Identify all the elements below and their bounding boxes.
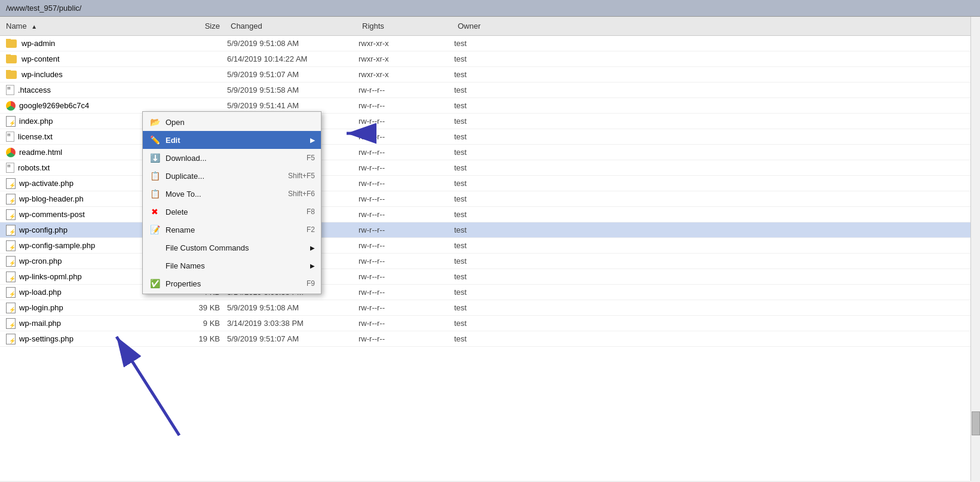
menu-icon-filecustom <box>149 242 161 254</box>
table-row[interactable]: wp-login.php 39 KB 5/9/2019 9:51:08 AM r… <box>0 300 980 316</box>
php-icon <box>6 256 16 267</box>
php-icon <box>6 303 16 313</box>
submenu-arrow-icon: ▶ <box>310 137 315 144</box>
file-name: wp-blog-header.ph <box>19 194 84 203</box>
php-icon <box>6 194 16 205</box>
file-rights: rw-r--r-- <box>359 303 454 312</box>
table-row[interactable]: wp-settings.php 19 KB 5/9/2019 9:51:07 A… <box>0 331 980 347</box>
file-name-cell: wp-admin <box>0 39 179 48</box>
column-headers: Name ▲ Size Changed Rights Owner <box>0 17 980 36</box>
file-name: wp-mail.php <box>19 319 61 328</box>
menu-shortcut: F5 <box>307 154 315 162</box>
table-row[interactable]: wp-includes 5/9/2019 9:51:07 AM rwxr-xr-… <box>0 67 980 83</box>
menu-label: Move To... <box>166 190 283 199</box>
download-icon: ⬇️ <box>149 152 161 164</box>
scrollbar-thumb[interactable] <box>972 411 980 435</box>
php-icon <box>6 209 16 220</box>
chrome-icon <box>6 101 16 111</box>
file-owner: test <box>454 257 526 266</box>
folder-icon <box>6 71 17 79</box>
folder-icon <box>6 39 17 48</box>
scrollbar[interactable] <box>970 17 980 481</box>
menu-shortcut: F8 <box>307 208 315 216</box>
file-name-cell: wp-login.php <box>0 303 179 313</box>
table-row[interactable]: wp-content 6/14/2019 10:14:22 AM rwxr-xr… <box>0 51 980 67</box>
col-header-changed[interactable]: Changed <box>227 22 359 30</box>
file-name: wp-config-sample.php <box>19 241 95 250</box>
delete-icon: ✖ <box>149 206 161 218</box>
php-icon <box>6 287 16 298</box>
file-name: readme.html <box>19 148 62 157</box>
file-name: google9269eb6c7c4 <box>19 101 89 110</box>
php-icon <box>6 225 16 236</box>
menu-item-moveto[interactable]: 📋 Move To... Shift+F6 <box>143 185 321 203</box>
menu-label: Properties <box>166 279 302 288</box>
php-icon <box>6 240 16 251</box>
file-changed: 5/9/2019 9:51:58 AM <box>227 86 359 94</box>
submenu-arrow-icon: ▶ <box>310 263 315 269</box>
file-owner: test <box>454 117 526 126</box>
menu-item-rename[interactable]: 📝 Rename F2 <box>143 221 321 239</box>
menu-item-download[interactable]: ⬇️ Download... F5 <box>143 149 321 167</box>
file-rights: rwxr-xr-x <box>359 39 454 48</box>
file-changed: 5/9/2019 9:51:08 AM <box>227 39 359 48</box>
file-rights: rw-r--r-- <box>359 225 454 234</box>
col-header-owner[interactable]: Owner <box>454 22 526 30</box>
menu-label: Duplicate... <box>166 172 283 181</box>
file-name-cell: wp-includes <box>0 70 179 79</box>
title-bar: /www/test_957/public/ <box>0 0 980 17</box>
edit-icon: ✏️ <box>149 134 161 146</box>
col-header-rights[interactable]: Rights <box>359 22 454 30</box>
col-header-name[interactable]: Name ▲ <box>0 22 179 30</box>
file-owner: test <box>454 288 526 297</box>
menu-item-edit[interactable]: ✏️ Edit ▶ <box>143 131 321 149</box>
context-menu: 📂 Open ✏️ Edit ▶ ⬇️ Download... F5 📋 Dup… <box>142 111 321 294</box>
file-name: wp-admin <box>22 39 55 48</box>
file-rights: rw-r--r-- <box>359 241 454 250</box>
menu-icon-filenames <box>149 260 161 271</box>
file-name: robots.txt <box>18 163 50 172</box>
table-row[interactable]: ▤ .htaccess 5/9/2019 9:51:58 AM rw-r--r-… <box>0 83 980 98</box>
file-rights: rw-r--r-- <box>359 179 454 188</box>
file-name: wp-content <box>22 54 60 63</box>
text-icon: ▤ <box>6 163 14 173</box>
file-rights: rw-r--r-- <box>359 257 454 266</box>
file-owner: test <box>454 334 526 343</box>
folder-icon <box>6 55 17 63</box>
menu-item-delete[interactable]: ✖ Delete F8 <box>143 203 321 221</box>
php-icon <box>6 178 16 189</box>
menu-label: Rename <box>166 225 302 234</box>
table-row[interactable]: wp-admin 5/9/2019 9:51:08 AM rwxr-xr-x t… <box>0 36 980 51</box>
properties-icon: ✅ <box>149 277 161 289</box>
file-name: wp-settings.php <box>19 334 74 343</box>
file-name-cell: ▤ .htaccess <box>0 85 179 95</box>
menu-item-open[interactable]: 📂 Open <box>143 113 321 131</box>
menu-item-duplicate[interactable]: 📋 Duplicate... Shift+F5 <box>143 167 321 185</box>
col-header-size[interactable]: Size <box>179 22 227 30</box>
file-size: 19 KB <box>179 334 227 343</box>
file-rights: rwxr-xr-x <box>359 54 454 63</box>
file-changed: 6/14/2019 10:14:22 AM <box>227 54 359 63</box>
rename-icon: 📝 <box>149 224 161 236</box>
file-rights: rw-r--r-- <box>359 101 454 110</box>
file-changed: 3/14/2019 3:03:38 PM <box>227 319 359 328</box>
file-name: wp-load.php <box>19 288 62 297</box>
text-icon: ▤ <box>6 85 14 95</box>
menu-item-filecustom[interactable]: File Custom Commands ▶ <box>143 239 321 257</box>
file-name: license.txt <box>18 132 53 141</box>
file-rights: rw-r--r-- <box>359 210 454 219</box>
menu-item-filenames[interactable]: File Names ▶ <box>143 257 321 274</box>
menu-shortcut: F9 <box>307 279 315 288</box>
file-rights: rw-r--r-- <box>359 334 454 343</box>
menu-label: Download... <box>166 154 302 163</box>
file-owner: test <box>454 163 526 172</box>
file-name-cell: wp-settings.php <box>0 334 179 344</box>
file-owner: test <box>454 225 526 234</box>
file-owner: test <box>454 39 526 48</box>
file-name: wp-comments-post <box>19 210 85 219</box>
file-owner: test <box>454 148 526 157</box>
table-row[interactable]: wp-mail.php 9 KB 3/14/2019 3:03:38 PM rw… <box>0 316 980 331</box>
sort-arrow-icon: ▲ <box>31 23 37 30</box>
menu-item-properties[interactable]: ✅ Properties F9 <box>143 274 321 292</box>
menu-label: File Custom Commands <box>166 243 303 252</box>
